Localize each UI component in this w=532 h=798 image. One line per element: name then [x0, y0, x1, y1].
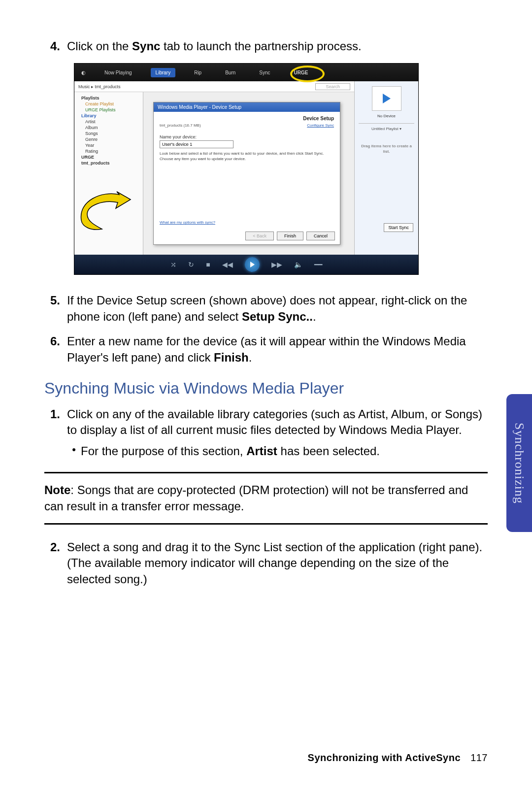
- page-footer: Synchronizing with ActiveSync 117: [308, 752, 488, 764]
- untitled-playlist[interactable]: Untitled Playlist ▾: [359, 123, 414, 131]
- note-label: Note: [44, 483, 70, 497]
- tab-rip[interactable]: Rip: [189, 68, 206, 77]
- step-6: 6. Enter a new name for the device (as i…: [44, 333, 488, 366]
- wmp-top-bar: ◐ Now Playing Library Rip Burn Sync URGE: [74, 64, 418, 81]
- drag-hint: Drag items here to create a list.: [359, 144, 414, 154]
- document-page: 4. Click on the Sync tab to launch the p…: [0, 0, 532, 626]
- volume-slider[interactable]: ━━: [314, 261, 322, 268]
- next-icon[interactable]: ▶▶: [271, 261, 282, 268]
- step-6-text: Enter a new name for the device (as it w…: [67, 333, 488, 366]
- finish-keyword: Finish: [214, 351, 249, 364]
- back-button[interactable]: < Back: [245, 232, 274, 240]
- breadcrumb-text[interactable]: Music ▸ tmt_products: [78, 84, 121, 89]
- step-b2-number: 2.: [44, 539, 67, 587]
- device-setup-dialog: Windows Media Player - Device Setup Devi…: [153, 102, 340, 245]
- tab-sync[interactable]: Sync: [254, 68, 275, 77]
- step-6-number: 6.: [44, 333, 67, 366]
- tree-year[interactable]: Year: [76, 142, 141, 148]
- bullet-text: For the purpose of this section, Artist …: [81, 443, 380, 459]
- wmp-breadcrumb-bar: Music ▸ tmt_products Search: [74, 81, 354, 92]
- tree-genre[interactable]: Genre: [76, 136, 141, 142]
- sync-options-link[interactable]: What are my options with sync?: [160, 220, 215, 225]
- step-5: 5. If the Device Setup screen (shown abo…: [44, 293, 488, 325]
- name-device-label: Name your device:: [154, 131, 340, 140]
- step-b1: 1. Click on any of the available library…: [44, 406, 488, 459]
- bullet-pre: For the purpose of this section,: [81, 444, 246, 458]
- device-size: tmt_products (16.7 MB): [160, 123, 201, 128]
- tree-urge-playlists[interactable]: URGE Playlists: [76, 107, 141, 113]
- setup-sync-keyword: Setup Sync..: [242, 310, 313, 323]
- dialog-heading: Device Setup: [154, 112, 340, 123]
- finish-button[interactable]: Finish: [277, 232, 303, 240]
- yellow-arrow-icon: [74, 191, 132, 235]
- search-box[interactable]: Search: [315, 83, 350, 90]
- no-device-label: No Device: [359, 114, 414, 118]
- tree-artist[interactable]: Artist: [76, 119, 141, 125]
- wmp-playback-controls: ⤮ ↻ ■ ◀◀ ▶▶ 🔈 ━━: [74, 255, 418, 274]
- step-4-post: tab to launch the partnership process.: [160, 39, 361, 53]
- tab-burn[interactable]: Burn: [220, 68, 240, 77]
- step-4-number: 4.: [44, 38, 67, 54]
- start-sync-button[interactable]: Start Sync: [384, 223, 413, 232]
- artist-keyword: Artist: [246, 444, 277, 458]
- step-6-pre: Enter a new name for the device (as it w…: [67, 334, 466, 364]
- footer-title: Synchronizing with ActiveSync: [308, 752, 461, 763]
- dialog-help-text: Look below and select a list of items yo…: [154, 148, 340, 162]
- step-4: 4. Click on the Sync tab to launch the p…: [44, 38, 488, 54]
- tree-rating[interactable]: Rating: [76, 148, 141, 154]
- bullet-post: has been selected.: [277, 444, 380, 458]
- step-5-post: .: [313, 310, 316, 323]
- wmp-left-tree[interactable]: Playlists Create Playlist URGE Playlists…: [74, 92, 143, 255]
- shuffle-icon[interactable]: ⤮: [170, 261, 176, 268]
- step-4-text: Click on the Sync tab to launch the part…: [67, 38, 488, 54]
- dialog-titlebar: Windows Media Player - Device Setup: [154, 102, 340, 112]
- step-b1-number: 1.: [44, 406, 67, 459]
- wmp-app-icon: ◐: [81, 70, 86, 75]
- dialog-subhead: tmt_products (16.7 MB) Configure Sync: [154, 123, 340, 131]
- section-heading: Synching Music via Windows Media Player: [44, 379, 488, 398]
- step-b1-body: Click on any of the available library ca…: [67, 406, 488, 459]
- note-block: Note: Songs that are copy-protected (DRM…: [44, 472, 488, 525]
- side-tab-label: Synchronizing: [512, 423, 527, 504]
- tree-create-playlist[interactable]: Create Playlist: [76, 101, 141, 107]
- cancel-button[interactable]: Cancel: [306, 232, 335, 240]
- tab-library[interactable]: Library: [151, 68, 176, 77]
- step-5-text: If the Device Setup screen (shown above)…: [67, 293, 488, 325]
- sync-keyword: Sync: [132, 39, 160, 53]
- tree-device[interactable]: tmt_products: [76, 160, 141, 166]
- step-b2: 2. Select a song and drag it to the Sync…: [44, 539, 488, 587]
- configure-sync-link[interactable]: Configure Sync: [307, 123, 334, 128]
- wmp-body: Music ▸ tmt_products Search Playlists Cr…: [74, 81, 418, 255]
- tree-album[interactable]: Album: [76, 125, 141, 131]
- step-5-number: 5.: [44, 293, 67, 325]
- prev-icon[interactable]: ◀◀: [222, 261, 233, 268]
- step-6-post: .: [249, 351, 252, 364]
- page-number: 117: [470, 752, 488, 763]
- repeat-icon[interactable]: ↻: [188, 261, 194, 268]
- mute-icon[interactable]: 🔈: [294, 261, 302, 268]
- play-button-icon[interactable]: [245, 257, 260, 272]
- wmp-screenshot: ◐ Now Playing Library Rip Burn Sync URGE…: [74, 63, 419, 275]
- section-side-tab: Synchronizing: [506, 394, 532, 532]
- step-b2-text: Select a song and drag it to the Sync Li…: [67, 539, 488, 587]
- tree-playlists[interactable]: Playlists: [76, 95, 141, 101]
- tree-songs[interactable]: Songs: [76, 131, 141, 136]
- step-4-pre: Click on the: [67, 39, 132, 53]
- step-b1-bullet: • For the purpose of this section, Artis…: [67, 443, 488, 459]
- tree-library[interactable]: Library: [76, 113, 141, 119]
- device-name-input[interactable]: User's device 1: [160, 140, 233, 148]
- dialog-buttons: < Back Finish Cancel: [245, 232, 335, 240]
- stop-icon[interactable]: ■: [206, 261, 210, 268]
- note-text: : Songs that are copy-protected (DRM pro…: [44, 483, 468, 512]
- tree-urge[interactable]: URGE: [76, 154, 141, 160]
- step-b1-text: Click on any of the available library ca…: [67, 407, 482, 436]
- wmp-center-pane: Windows Media Player - Device Setup Devi…: [143, 92, 354, 255]
- bullet-dot-icon: •: [67, 443, 81, 459]
- tab-now-playing[interactable]: Now Playing: [100, 68, 137, 77]
- device-play-icon: [372, 86, 401, 111]
